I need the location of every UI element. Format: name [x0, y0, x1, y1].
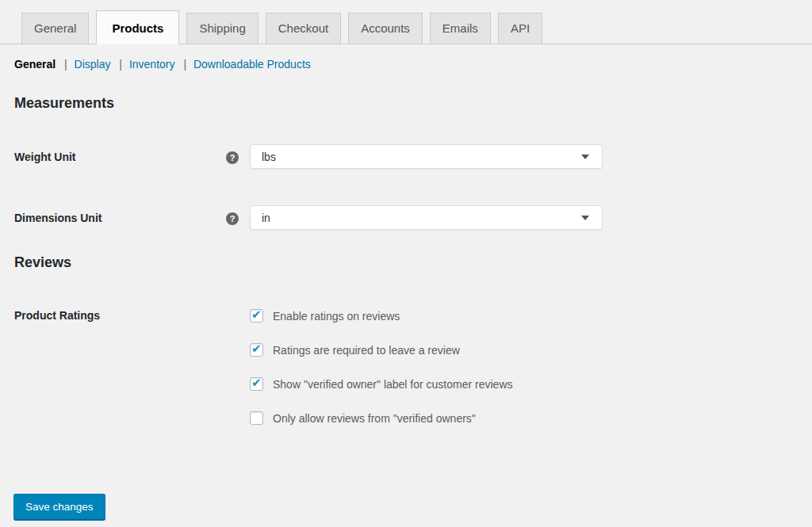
tab-accounts[interactable]: Accounts	[348, 13, 423, 44]
tab-api[interactable]: API	[498, 13, 542, 44]
save-changes-button[interactable]: Save changes	[13, 494, 105, 520]
subnav-separator: |	[183, 58, 186, 71]
checkbox-icon[interactable]	[250, 343, 263, 357]
verified-owners-only-option[interactable]: Only allow reviews from "verified owners…	[250, 411, 513, 425]
weight-unit-select[interactable]: lbs	[250, 144, 603, 169]
dimensions-unit-row: Dimensions Unit ? in	[14, 205, 812, 230]
reviews-section-title: Reviews	[14, 254, 812, 270]
subnav-separator: |	[119, 58, 122, 71]
subnav-separator: |	[64, 58, 67, 71]
subnav-item-downloadable-products[interactable]: Downloadable Products	[193, 58, 311, 71]
checkbox-icon[interactable]	[250, 309, 263, 323]
subnav-item-display[interactable]: Display	[75, 58, 111, 71]
chevron-down-icon	[581, 216, 589, 220]
dimensions-unit-label: Dimensions Unit	[14, 212, 226, 224]
product-ratings-row: Product Ratings Enable ratings on review…	[14, 309, 812, 445]
subnav-item-inventory[interactable]: Inventory	[129, 58, 175, 71]
checkbox-icon[interactable]	[250, 411, 263, 425]
tab-products[interactable]: Products	[96, 10, 179, 44]
chevron-down-icon	[581, 155, 589, 159]
help-icon[interactable]: ?	[226, 151, 239, 164]
weight-unit-row: Weight Unit ? lbs	[14, 144, 812, 169]
product-ratings-label: Product Ratings	[14, 309, 226, 322]
checkbox-icon[interactable]	[250, 377, 263, 391]
tab-general[interactable]: General	[21, 13, 89, 44]
tab-emails[interactable]: Emails	[430, 13, 491, 44]
settings-tab-bar: General Products Shipping Checkout Accou…	[0, 0, 812, 44]
ratings-required-option[interactable]: Ratings are required to leave a review	[250, 343, 513, 357]
weight-unit-label: Weight Unit	[14, 151, 226, 163]
save-row: Save changes	[13, 494, 812, 520]
enable-ratings-option[interactable]: Enable ratings on reviews	[250, 309, 513, 323]
tab-checkout[interactable]: Checkout	[266, 13, 341, 44]
help-icon[interactable]: ?	[226, 212, 239, 225]
tab-shipping[interactable]: Shipping	[186, 13, 258, 44]
products-subnav: General | Display | Inventory | Download…	[0, 44, 812, 71]
dimensions-unit-value: in	[262, 212, 270, 224]
checkbox-label: Ratings are required to leave a review	[273, 344, 460, 357]
product-ratings-options: Enable ratings on reviews Ratings are re…	[250, 309, 513, 445]
dimensions-unit-select[interactable]: in	[250, 205, 603, 230]
checkbox-label: Only allow reviews from "verified owners…	[273, 412, 476, 425]
subnav-item-general[interactable]: General	[14, 58, 56, 71]
checkbox-label: Show "verified owner" label for customer…	[273, 378, 513, 391]
weight-unit-value: lbs	[262, 151, 276, 163]
verified-owner-label-option[interactable]: Show "verified owner" label for customer…	[250, 377, 513, 391]
checkbox-label: Enable ratings on reviews	[273, 310, 400, 323]
measurements-section-title: Measurements	[14, 95, 812, 111]
